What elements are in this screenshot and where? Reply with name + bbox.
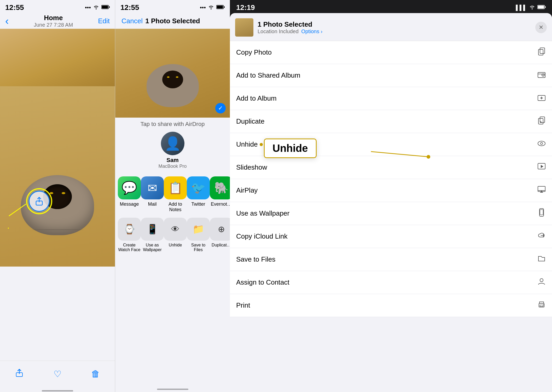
menu-item-shared-album[interactable]: Add to Shared Album [230,64,552,87]
save-files-menu-label: Save to Files [236,255,275,263]
bottom-toolbar: ♡ 🗑 [0,361,115,392]
person-device: MacBook Pro [158,164,187,169]
cancel-button[interactable]: Cancel [121,17,143,25]
sheet-title: 1 Photo Selected [258,20,531,28]
share-apps-row: 💬 Message ✉ Mail 📋 Add to Notes 🐦 Twitte… [115,171,230,215]
airplay-icon [537,185,546,195]
nav-bar-1: ‹ Home June 27 7:28 AM Edit [0,13,115,29]
action-unhide[interactable]: 👁 Unhide [164,218,187,252]
share-button-inner[interactable] [29,191,50,212]
delete-icon[interactable]: 🗑 [91,369,100,379]
icloud-link-icon [537,231,546,241]
wallpaper-icon: 📱 [141,218,164,241]
shared-album-icon [537,70,546,80]
message-label: Message [120,201,139,207]
add-album-label: Add to Album [236,94,277,102]
share-sheet: 1 Photo Selected Location Included Optio… [230,13,552,392]
favorite-icon[interactable]: ♡ [54,369,61,379]
slideshow-label: Slideshow [236,163,267,171]
save-files-label: Save to Files [187,243,210,252]
svg-rect-1 [102,6,108,9]
share-toolbar-icon[interactable] [15,368,24,379]
svg-point-35 [540,279,543,282]
edit-button[interactable]: Edit [98,17,110,25]
evernote-label: Evernot… [211,201,230,207]
svg-rect-33 [540,210,543,215]
menu-item-duplicate[interactable]: Duplicate [230,110,552,133]
photo-main[interactable] [0,86,115,267]
avatar: 👤 [161,132,184,155]
person-name: Sam [166,157,178,164]
message-icon: 💬 [118,176,141,199]
back-button[interactable]: ‹ [5,15,9,27]
assign-contact-label: Assign to Contact [236,278,289,286]
sheet-subtitle: Location Included [258,28,299,34]
menu-item-icloud-link[interactable]: Copy iCloud Link [230,225,552,248]
close-button[interactable]: ✕ [535,22,547,33]
svg-rect-8 [224,6,225,8]
watch-face-label: Create Watch Face [118,243,141,252]
unhide-action-label: Unhide [169,243,182,247]
signal-icon: ••• [85,4,91,11]
menu-item-assign-contact[interactable]: Assign to Contact [230,271,552,294]
watch-face-icon: ⌚ [118,218,141,241]
mini-pod-opening [162,71,183,88]
svg-point-25 [538,141,545,146]
nav-bar-2: Cancel 1 Photo Selected [115,13,230,29]
action-duplicate[interactable]: ⊕ Duplicat… [210,218,230,252]
share-app-evernote[interactable]: 🐘 Evernot… [210,176,230,212]
menu-item-wallpaper[interactable]: Use as Wallpaper [230,202,552,225]
share-app-notes[interactable]: 📋 Add to Notes [164,176,187,212]
assign-contact-icon [537,277,546,287]
menu-list: Copy Photo Add to Shared Album Add to Al… [230,41,552,392]
airdrop-person[interactable]: 👤 Sam MacBook Pro [115,130,230,171]
signal-icon-2: ••• [200,4,206,11]
status-icons-2: ••• [200,4,225,11]
menu-item-print[interactable]: Print [230,294,552,317]
share-app-message[interactable]: 💬 Message [118,176,141,212]
add-album-icon [537,93,546,103]
print-icon [537,300,546,310]
photo-selected-title: 1 Photo Selected [145,17,200,25]
svg-rect-37 [540,305,543,307]
status-icons-3: ▌▌▌ [516,5,546,11]
menu-item-unhide[interactable]: Unhide [230,133,552,156]
action-watch-face[interactable]: ⌚ Create Watch Face [118,218,141,252]
menu-item-slideshow[interactable]: Slideshow [230,156,552,179]
unhide-label: Unhide [236,140,258,148]
menu-item-add-album[interactable]: Add to Album [230,87,552,110]
svg-rect-7 [217,6,223,9]
share-app-mail[interactable]: ✉ Mail [141,176,164,212]
copy-photo-icon [537,47,546,57]
copy-photo-label: Copy Photo [236,48,272,56]
photo-strip-top [0,29,115,86]
wallpaper-label: Use as Wallpaper [141,243,164,252]
cat-eye-left [50,192,53,194]
menu-item-copy-photo[interactable]: Copy Photo [230,41,552,64]
mini-pod-body [147,64,199,107]
print-label: Print [236,301,250,309]
options-link[interactable]: Options › [301,28,322,34]
save-files-icon: 📁 [187,218,210,241]
mini-pod [147,64,199,107]
status-icons-1: ••• [85,4,110,11]
svg-point-26 [541,142,543,145]
action-save-files[interactable]: 📁 Save to Files [187,218,210,252]
share-app-twitter[interactable]: 🐦 Twitter [187,176,210,212]
share-icon [34,196,44,206]
svg-marker-28 [541,165,543,168]
sheet-thumbnail [235,18,253,37]
mail-label: Mail [148,201,156,207]
svg-point-38 [543,304,544,305]
svg-point-16 [543,74,544,76]
action-wallpaper[interactable]: 📱 Use as Wallpaper [141,218,164,252]
status-bar-1: 12:55 ••• [0,0,115,13]
nav-title-text: Home [34,14,73,22]
status-time-2: 12:55 [120,3,139,12]
sheet-header: 1 Photo Selected Location Included Optio… [230,13,552,41]
menu-item-save-files[interactable]: Save to Files [230,248,552,271]
panel-photos-view: 12:55 ••• ‹ Home June 27 7:28 AM Edit [0,0,115,392]
wallpaper-menu-label: Use as Wallpaper [236,209,289,217]
menu-item-airplay[interactable]: AirPlay [230,179,552,202]
notes-label: Add to Notes [164,201,187,212]
